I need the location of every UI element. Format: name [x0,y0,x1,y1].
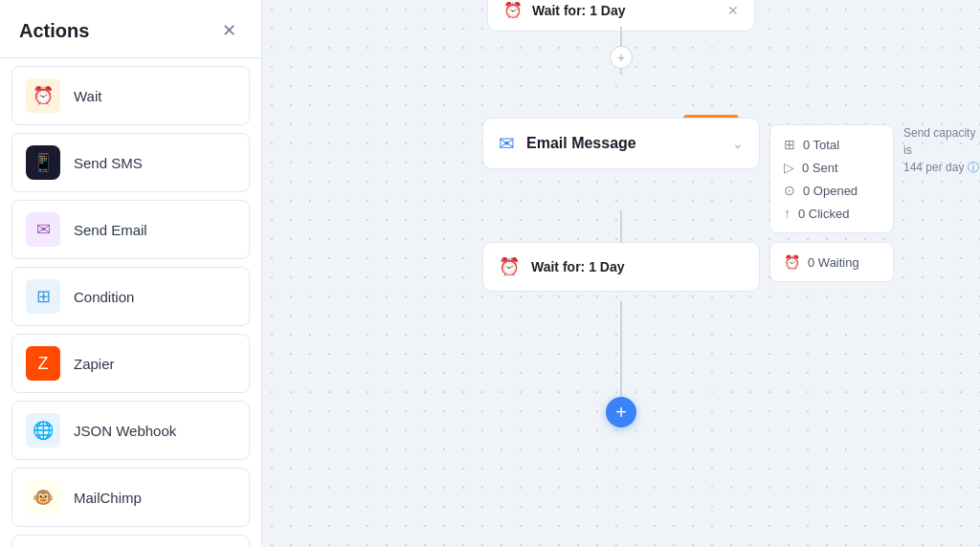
close-button[interactable]: ✕ [215,17,242,44]
stat-total-row: ⊞ 0 Total [784,133,880,156]
email-node-expand-icon[interactable]: ⌄ [732,136,744,151]
waiting-icon: ⏰ [784,254,800,270]
stat-opened: 0 Opened [803,184,858,198]
send-capacity-line2: 144 per day [903,161,964,174]
add-step-button[interactable]: + [606,397,636,427]
action-item-condition[interactable]: ⊞Condition [11,267,250,326]
wait-node-2-text: Wait for: 1 Day [531,259,625,274]
waiting-stats-panel: ⏰ 0 Waiting [769,242,894,282]
wait-label: Wait [74,88,101,104]
action-item-send-email[interactable]: ✉Send Email [11,200,250,259]
email-stats-panel: ⊞ 0 Total ▷ 0 Sent ⊙ 0 Opened ↑ 0 Clicke… [769,124,894,233]
email-node[interactable]: ✉ Email Message ⌄ [482,118,760,169]
stat-total: 0 Total [803,138,839,152]
json-webhook-label: JSON Webhook [74,423,176,439]
json-webhook-icon: 🌐 [26,413,60,448]
stat-sent: 0 Sent [802,161,838,175]
sent-icon: ▷ [784,160,794,175]
stat-waiting: 0 Waiting [808,255,859,270]
top-wait-text: Wait for: 1 Day [532,3,626,18]
opened-icon: ⊙ [784,183,795,198]
condition-label: Condition [74,289,134,305]
wait-icon: ⏰ [26,78,60,113]
email-icon: ✉ [499,132,515,155]
send-sms-label: Send SMS [74,155,143,171]
send-email-icon: ✉ [26,212,60,247]
mailchimp-label: MailChimp [74,490,142,506]
wait-node-2[interactable]: ⏰ Wait for: 1 Day [482,242,760,292]
connector-bot [620,301,622,397]
sidebar-title: Actions [19,20,89,42]
top-wait-close-icon: ✕ [727,3,739,18]
sidebar-header: Actions ✕ [0,0,261,58]
stat-clicked-row: ↑ 0 Clicked [784,202,880,225]
action-item-zapier[interactable]: ZZapier [11,334,250,393]
top-wait-label: Wait for: [532,3,586,18]
send-email-label: Send Email [74,222,147,238]
total-icon: ⊞ [784,137,795,152]
top-wait-value: 1 Day [590,3,625,18]
email-node-title: Email Message [526,135,636,152]
condition-icon: ⊞ [26,279,60,314]
flow-canvas: ⏰ Wait for: 1 Day ✕ + Review ✉ Email Mes… [262,0,980,547]
action-item-wait[interactable]: ⏰Wait [11,66,250,125]
send-sms-icon: 📱 [26,145,60,180]
plus-connector-top[interactable]: + [610,46,633,69]
stat-waiting-row: ⏰ 0 Waiting [784,251,880,274]
stat-sent-row: ▷ 0 Sent [784,156,880,179]
zapier-icon: Z [26,346,60,381]
zapier-label: Zapier [74,356,115,372]
clicked-icon: ↑ [784,206,791,221]
capacity-help-icon[interactable]: ⓘ [968,161,979,174]
send-capacity-info: Send capacity is 144 per day ⓘ [903,124,980,176]
wait-icon-top: ⏰ [503,1,523,19]
wait-icon-2: ⏰ [499,256,520,277]
close-icon: ✕ [222,20,236,41]
stat-clicked: 0 Clicked [798,207,849,221]
action-item-send-sms[interactable]: 📱Send SMS [11,133,250,192]
send-capacity-line1: Send capacity is [903,124,980,159]
wait-node-2-value: 1 Day [589,259,624,274]
action-item-google-sheet[interactable]: 📊Google Sheet [11,535,250,547]
stat-opened-row: ⊙ 0 Opened [784,179,880,202]
mailchimp-icon: 🐵 [26,480,60,514]
actions-list: ⏰Wait📱Send SMS✉Send Email⊞ConditionZZapi… [0,58,261,547]
action-item-mailchimp[interactable]: 🐵MailChimp [11,468,250,527]
wait-node-2-label: Wait for: [531,259,585,274]
add-icon: + [615,402,627,424]
action-item-json-webhook[interactable]: 🌐JSON Webhook [11,401,250,460]
actions-sidebar: Actions ✕ ⏰Wait📱Send SMS✉Send Email⊞Cond… [0,0,262,547]
